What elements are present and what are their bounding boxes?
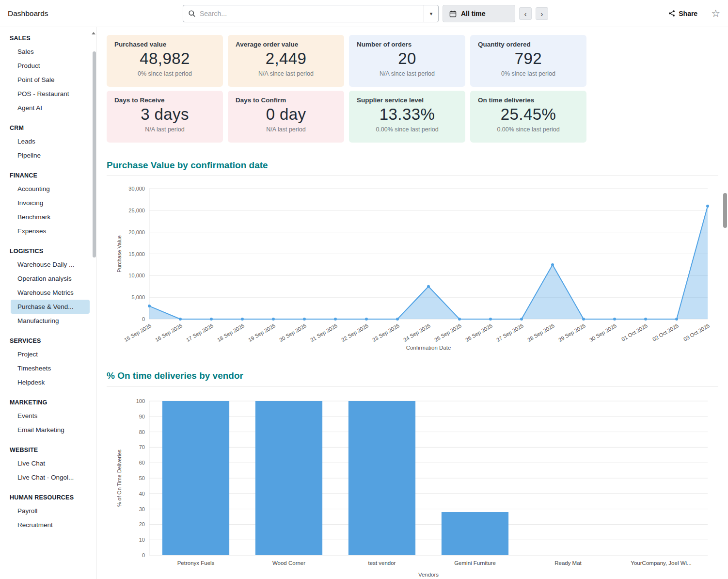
- kpi-title: Days to Receive: [114, 96, 215, 104]
- sidebar-section-website: WEBSITE: [0, 442, 96, 456]
- data-point[interactable]: [644, 318, 647, 321]
- sidebar-item-manufacturing[interactable]: Manufacturing: [11, 314, 90, 328]
- sidebar-item-product[interactable]: Product: [11, 59, 90, 73]
- page-scrollbar[interactable]: [723, 193, 727, 228]
- on-time-deliveries-chart-section: % On time deliveries by vendor 010203040…: [107, 370, 728, 579]
- share-icon: [668, 10, 675, 17]
- sidebar-item-invoicing[interactable]: Invoicing: [11, 196, 90, 210]
- page-title: Dashboards: [8, 9, 48, 18]
- kpi-card-average-order-value: Average order value2,449N/A since last p…: [228, 35, 344, 87]
- sidebar-item-pipeline[interactable]: Pipeline: [11, 148, 90, 162]
- svg-text:01 Oct 2025: 01 Oct 2025: [620, 322, 649, 342]
- svg-text:10: 10: [139, 537, 145, 543]
- data-point[interactable]: [210, 318, 213, 321]
- sidebar-item-warehouse-metrics[interactable]: Warehouse Metrics: [11, 286, 90, 300]
- sidebar-item-pos-restaurant[interactable]: POS - Restaurant: [11, 87, 90, 101]
- data-point[interactable]: [427, 285, 430, 288]
- sidebar-item-sales[interactable]: Sales: [11, 45, 90, 59]
- sidebar-item-email-marketing[interactable]: Email Marketing: [11, 423, 90, 437]
- calendar-icon: [449, 10, 457, 17]
- svg-text:25,000: 25,000: [128, 208, 145, 213]
- data-point[interactable]: [675, 318, 678, 321]
- sidebar-item-recruitment[interactable]: Recruitment: [11, 518, 90, 532]
- sidebar-item-accounting[interactable]: Accounting: [11, 182, 90, 196]
- svg-text:20,000: 20,000: [128, 229, 145, 235]
- date-filter-button[interactable]: All time: [443, 5, 515, 22]
- sidebar-item-expenses[interactable]: Expenses: [11, 224, 90, 238]
- svg-text:70: 70: [139, 444, 145, 450]
- bar-wood-corner[interactable]: [255, 401, 322, 555]
- sidebar-item-events[interactable]: Events: [11, 409, 90, 423]
- data-point[interactable]: [148, 305, 151, 307]
- next-period-button[interactable]: ›: [536, 7, 548, 20]
- sidebar-scroll-up-arrow[interactable]: [92, 32, 95, 34]
- svg-text:22 Sep 2025: 22 Sep 2025: [340, 322, 369, 343]
- sidebar-item-operation-analysis[interactable]: Operation analysis: [11, 272, 90, 286]
- svg-text:03 Oct 2025: 03 Oct 2025: [682, 322, 711, 342]
- sidebar-item-project[interactable]: Project: [11, 347, 90, 361]
- sidebar-item-timesheets[interactable]: Timesheets: [11, 361, 90, 375]
- svg-text:100: 100: [136, 398, 145, 404]
- sidebar-item-point-of-sale[interactable]: Point of Sale: [11, 73, 90, 87]
- svg-text:17 Sep 2025: 17 Sep 2025: [185, 322, 214, 343]
- date-filter-label: All time: [461, 10, 486, 17]
- share-label: Share: [679, 10, 697, 17]
- dashboard-content: Purchased value48,9820% since last perio…: [97, 27, 728, 579]
- kpi-subtitle: N/A last period: [114, 126, 215, 133]
- sidebar-item-leads[interactable]: Leads: [11, 134, 90, 148]
- svg-text:29 Sep 2025: 29 Sep 2025: [557, 322, 586, 343]
- svg-text:02 Oct 2025: 02 Oct 2025: [651, 322, 680, 342]
- bar-petronyx-fuels[interactable]: [162, 401, 229, 555]
- kpi-title: On time deliveries: [478, 96, 579, 104]
- previous-period-button[interactable]: ‹: [519, 7, 532, 20]
- search-input[interactable]: [200, 5, 424, 22]
- search-dropdown-toggle[interactable]: ▾: [424, 5, 438, 22]
- kpi-value: 20: [357, 49, 458, 68]
- kpi-subtitle: 0.00% since last period: [478, 126, 579, 133]
- data-point[interactable]: [706, 205, 709, 208]
- kpi-subtitle: 0% since last period: [114, 70, 215, 77]
- svg-text:21 Sep 2025: 21 Sep 2025: [309, 322, 338, 343]
- favorite-star-icon[interactable]: ☆: [711, 8, 720, 18]
- bar-gemini-furniture[interactable]: [442, 512, 508, 555]
- sidebar-scrollbar[interactable]: [93, 51, 96, 257]
- sidebar-item-benchmark[interactable]: Benchmark: [11, 210, 90, 224]
- share-button[interactable]: Share: [668, 10, 697, 17]
- sidebar-item-purchase-vend[interactable]: Purchase & Vend...: [11, 300, 90, 314]
- svg-text:% of On Time Deliveries: % of On Time Deliveries: [116, 450, 122, 507]
- sidebar-item-payroll[interactable]: Payroll: [11, 504, 90, 518]
- data-point[interactable]: [334, 318, 337, 321]
- sidebar-item-live-chat-ongoi[interactable]: Live Chat - Ongoi...: [11, 470, 90, 484]
- bar-test-vendor[interactable]: [348, 401, 415, 555]
- sidebar-item-live-chat[interactable]: Live Chat: [11, 456, 90, 470]
- data-point[interactable]: [582, 318, 585, 321]
- data-point[interactable]: [489, 318, 492, 321]
- svg-text:15,000: 15,000: [128, 251, 145, 257]
- sidebar-section-sales: SALES: [0, 30, 96, 45]
- kpi-title: Days to Confirm: [236, 96, 336, 104]
- kpi-value: 0 day: [236, 105, 336, 124]
- kpi-card-quantity-ordered: Quantity ordered7920% since last period: [470, 35, 586, 87]
- svg-text:18 Sep 2025: 18 Sep 2025: [216, 322, 245, 343]
- data-point[interactable]: [458, 318, 461, 321]
- sidebar-item-agent-ai[interactable]: Agent AI: [11, 101, 90, 115]
- data-point[interactable]: [520, 318, 523, 321]
- data-point[interactable]: [613, 318, 616, 321]
- svg-text:26 Sep 2025: 26 Sep 2025: [464, 322, 493, 343]
- data-point[interactable]: [272, 318, 275, 321]
- svg-text:Petronyx Fuels: Petronyx Fuels: [177, 560, 215, 566]
- data-point[interactable]: [365, 318, 368, 321]
- kpi-title: Supplier service level: [357, 96, 458, 104]
- data-point[interactable]: [396, 318, 399, 321]
- svg-text:60: 60: [139, 460, 145, 466]
- search-box[interactable]: ▾: [183, 5, 439, 22]
- kpi-value: 13.33%: [357, 105, 458, 124]
- data-point[interactable]: [551, 263, 554, 266]
- sidebar-item-helpdesk[interactable]: Helpdesk: [11, 375, 90, 389]
- data-point[interactable]: [303, 318, 306, 321]
- data-point[interactable]: [179, 318, 182, 321]
- purchase-value-line-chart: 05,00010,00015,00020,00025,00030,00015 S…: [107, 181, 717, 353]
- data-point[interactable]: [241, 318, 244, 321]
- sidebar-item-warehouse-daily[interactable]: Warehouse Daily ...: [11, 257, 90, 272]
- svg-text:Vendors: Vendors: [418, 572, 439, 578]
